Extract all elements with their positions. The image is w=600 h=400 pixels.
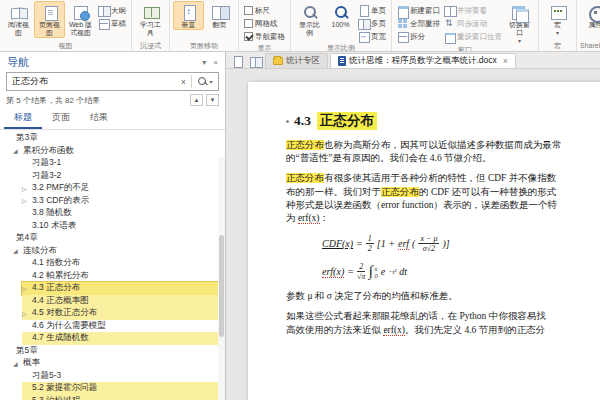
web-layout-icon bbox=[71, 4, 91, 21]
nav-tree-item[interactable]: ▷3.2 PMF的不足 bbox=[0, 182, 225, 195]
collapse-icon[interactable]: ◢ bbox=[13, 147, 23, 154]
multiple-pages-button[interactable]: 多页 bbox=[358, 17, 386, 30]
nav-tree-item[interactable]: 4.7 生成随机数 bbox=[0, 332, 225, 345]
nav-tree-item[interactable]: 3.8 随机数 bbox=[0, 207, 225, 220]
web-layout-button[interactable]: Web 版式视图 bbox=[65, 1, 96, 38]
close-tab-icon[interactable]: × bbox=[503, 56, 508, 66]
page-width-button[interactable]: 页宽 bbox=[358, 30, 386, 43]
search-results-bar: 第 5 个结果，共 82 个结果 ▲ ▼ bbox=[0, 94, 225, 109]
print-layout-button[interactable]: 页面视图 bbox=[34, 1, 65, 38]
nav-item-label: 概率 bbox=[23, 357, 40, 369]
search-results-count: 第 5 个结果，共 82 个结果 bbox=[6, 95, 187, 106]
nav-tree-item[interactable]: 4.4 正态概率图 bbox=[0, 295, 225, 308]
navigation-search-box[interactable]: × ▾ bbox=[6, 72, 219, 91]
zoom-100-button[interactable]: 100% bbox=[325, 1, 356, 30]
nav-tree-item-inner: 4.2 帕累托分布 bbox=[22, 270, 225, 283]
ribbon-group-immersive: 学习工具 沉浸式 bbox=[132, 0, 170, 51]
close-pane-icon[interactable]: × bbox=[213, 58, 218, 67]
print-layout-icon bbox=[40, 4, 60, 21]
vertical-button[interactable]: 垂直 bbox=[173, 1, 204, 30]
navigation-pane-checkbox[interactable]: 导航窗格 bbox=[244, 30, 285, 43]
nav-tree-item[interactable]: ◢累积分布函数 bbox=[0, 145, 225, 158]
nav-tree-item[interactable]: ▷4.5 对数正态分布 bbox=[0, 307, 225, 320]
nav-tree-item[interactable]: 3.10 术语表 bbox=[0, 220, 225, 233]
formula-close: )] bbox=[442, 238, 449, 249]
draft-view-button[interactable]: 草稿 bbox=[98, 17, 126, 30]
outline-view-icon bbox=[98, 5, 109, 16]
document-page[interactable]: 4.3 正态分布 正态分布也称为高斯分布，因其可以近似描述多种数据而成为最常的“… bbox=[248, 82, 600, 400]
nav-tree-item[interactable]: 4.6 为什么需要模型 bbox=[0, 320, 225, 333]
nav-tree-item[interactable]: 5.3 泊松过程 bbox=[0, 395, 225, 400]
next-result-button[interactable]: ▼ bbox=[206, 94, 219, 106]
switch-windows-button[interactable]: 切换窗口 ▾ bbox=[504, 1, 535, 45]
nav-tree-item[interactable]: ◢连续分布 bbox=[0, 245, 225, 258]
gridlines-checkbox-box bbox=[244, 19, 253, 28]
side-to-side-button[interactable]: 翻页 bbox=[204, 1, 235, 30]
navigation-pane-header: 导航 ▾ × bbox=[0, 52, 225, 72]
reset-window-position-button[interactable]: 重设窗口位置 bbox=[444, 30, 502, 43]
pane-options-icon[interactable]: ▾ bbox=[202, 58, 206, 67]
search-input[interactable] bbox=[12, 77, 176, 87]
expand-icon[interactable]: ▷ bbox=[22, 285, 32, 292]
nav-item-label: 习题3-1 bbox=[32, 157, 61, 169]
document-tab-bar: 统计专区 统计思维：程序员数学之概率统计.docx × bbox=[226, 52, 600, 69]
nav-tree-item[interactable]: 5.2 蒙提霍尔问题 bbox=[0, 382, 225, 395]
read-mode-button[interactable]: 阅读视图 bbox=[3, 1, 34, 38]
multiple-pages-label: 多页 bbox=[371, 19, 386, 29]
collapse-icon[interactable]: ◢ bbox=[13, 360, 23, 367]
document-tab-active[interactable]: 统计思维：程序员数学之概率统计.docx × bbox=[330, 53, 516, 68]
fraction-numerator: 2 bbox=[357, 262, 365, 272]
new-window-button[interactable]: 新建窗口 bbox=[397, 4, 440, 17]
expand-icon[interactable]: ▷ bbox=[22, 185, 32, 192]
arrange-all-button[interactable]: 全部重排 bbox=[397, 17, 440, 30]
view-side-by-side-icon bbox=[444, 5, 455, 16]
tab-list-button[interactable] bbox=[247, 54, 263, 68]
nav-tree-item[interactable]: 习题5-3 bbox=[0, 370, 225, 383]
document-canvas[interactable]: 4.3 正态分布 正态分布也称为高斯分布，因其可以近似描述多种数据而成为最常的“… bbox=[226, 69, 600, 400]
document-tab-other[interactable]: 统计专区 bbox=[265, 53, 328, 68]
synchronous-scrolling-label: 同步滚动 bbox=[457, 19, 487, 29]
web-layout-label: Web 版式视图 bbox=[67, 21, 94, 37]
nav-tree-item[interactable]: ▷3.3 CDF的表示 bbox=[0, 195, 225, 208]
folder-icon bbox=[273, 57, 283, 65]
nav-tree-item[interactable]: ▷4.3 正态分布 bbox=[0, 282, 225, 295]
split-button[interactable]: 拆分 bbox=[397, 30, 440, 43]
macros-button[interactable]: 宏 ▾ bbox=[542, 1, 573, 37]
group-label-sharepoint: SharePoint bbox=[580, 41, 600, 51]
page-width-label: 页宽 bbox=[371, 32, 386, 42]
one-page-button[interactable]: 单页 bbox=[358, 4, 386, 17]
scrollbar-thumb[interactable] bbox=[219, 235, 224, 337]
navigation-scrollbar[interactable] bbox=[218, 157, 225, 400]
new-tab-button[interactable] bbox=[229, 54, 245, 68]
expand-icon[interactable]: ▷ bbox=[22, 197, 32, 204]
expand-icon[interactable]: ▷ bbox=[22, 310, 32, 317]
gridlines-checkbox[interactable]: 网格线 bbox=[244, 17, 285, 30]
tab-headings[interactable]: 标题 bbox=[4, 109, 42, 129]
learning-tools-button[interactable]: 学习工具 bbox=[135, 1, 166, 38]
zoom-button[interactable]: 显示比例 bbox=[294, 1, 325, 38]
tab-results[interactable]: 结果 bbox=[80, 109, 118, 129]
exponent: −t² bbox=[388, 268, 396, 275]
previous-result-button[interactable]: ▲ bbox=[190, 94, 203, 106]
nav-tree-item[interactable]: 第4章 bbox=[0, 232, 225, 245]
clear-search-icon[interactable]: × bbox=[176, 77, 191, 87]
nav-tree-item[interactable]: 习题3-1 bbox=[0, 157, 225, 170]
nav-tree-item[interactable]: ◢概率 bbox=[0, 357, 225, 370]
nav-tree-item[interactable]: 习题3-2 bbox=[0, 170, 225, 183]
synchronous-scrolling-button[interactable]: 同步滚动 bbox=[444, 17, 502, 30]
macros-label: 宏 bbox=[554, 21, 561, 29]
outline-view-button[interactable]: 大纲 bbox=[98, 4, 126, 17]
one-page-label: 单页 bbox=[371, 6, 386, 16]
nav-tree-item[interactable]: 4.1 指数分布 bbox=[0, 257, 225, 270]
search-highlight: 正态分布 bbox=[286, 140, 324, 150]
search-options-button[interactable]: ▾ bbox=[192, 76, 218, 87]
view-side-by-side-button[interactable]: 并排查看 bbox=[444, 4, 502, 17]
fraction-denominator: σ√2 bbox=[423, 244, 435, 253]
ruler-checkbox[interactable]: 标尺 bbox=[244, 4, 285, 17]
nav-tree-item[interactable]: 第5章 bbox=[0, 345, 225, 358]
nav-tree-item[interactable]: 第3章 bbox=[0, 132, 225, 145]
properties-button[interactable]: 属性 bbox=[580, 1, 600, 30]
tab-pages[interactable]: 页面 bbox=[42, 109, 80, 129]
collapse-icon[interactable]: ◢ bbox=[13, 247, 23, 254]
nav-tree-item[interactable]: 4.2 帕累托分布 bbox=[0, 270, 225, 283]
